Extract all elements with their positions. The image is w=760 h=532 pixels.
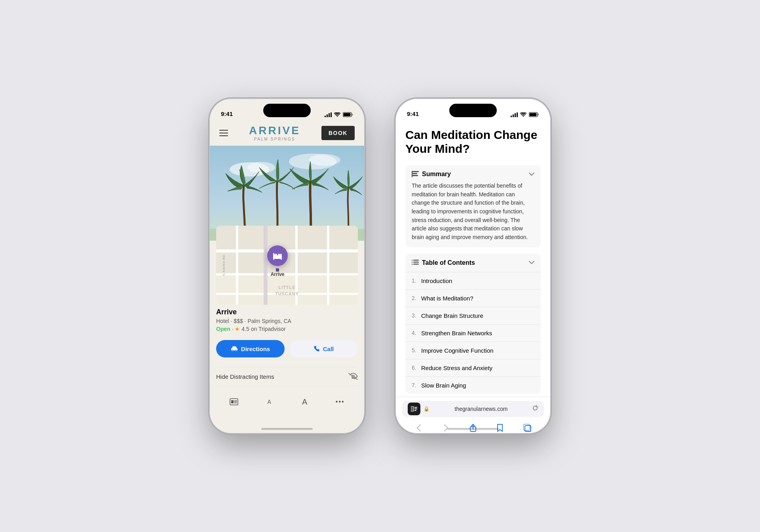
toc-icon bbox=[412, 260, 419, 266]
back-icon bbox=[416, 424, 421, 432]
svg-rect-26 bbox=[298, 253, 327, 273]
svg-rect-65 bbox=[412, 264, 413, 264]
svg-rect-27 bbox=[329, 226, 358, 249]
svg-rect-68 bbox=[414, 407, 417, 408]
svg-rect-20 bbox=[327, 226, 329, 305]
reader-toolbar: A A ••• bbox=[216, 394, 358, 410]
reader-mode-icon[interactable] bbox=[408, 403, 420, 415]
svg-text:N KAVEH RD: N KAVEH RD bbox=[222, 255, 226, 276]
battery-icon-2 bbox=[529, 112, 539, 117]
dynamic-island bbox=[263, 104, 311, 117]
toc-item-5[interactable]: 5. Improve Cognitive Function bbox=[405, 342, 541, 359]
tabs-button[interactable] bbox=[519, 420, 535, 433]
font-small: A bbox=[268, 399, 271, 405]
open-status: Open bbox=[216, 326, 230, 332]
wifi-icon bbox=[334, 112, 340, 117]
toc-chevron[interactable] bbox=[529, 261, 534, 264]
svg-point-11 bbox=[309, 154, 340, 166]
svg-rect-40 bbox=[273, 253, 274, 258]
forward-button[interactable] bbox=[438, 420, 454, 433]
toc-item-2[interactable]: 2. What is Meditation? bbox=[405, 289, 541, 307]
phone-maps: 9:41 bbox=[210, 99, 364, 433]
svg-rect-2 bbox=[329, 113, 330, 117]
reload-button[interactable] bbox=[532, 405, 538, 413]
share-button[interactable] bbox=[465, 420, 481, 433]
brand-sub: PALM SPRINGS bbox=[249, 137, 300, 141]
svg-rect-55 bbox=[530, 113, 537, 116]
bookmarks-button[interactable] bbox=[492, 420, 508, 433]
svg-rect-49 bbox=[511, 116, 512, 117]
svg-rect-1 bbox=[327, 114, 328, 117]
toc-item-7[interactable]: 7. Slow Brain Aging bbox=[405, 376, 541, 394]
toc-item-6[interactable]: 6. Reduce Stress and Anxiety bbox=[405, 359, 541, 376]
svg-rect-25 bbox=[298, 226, 327, 249]
signal-icon bbox=[325, 112, 332, 117]
menu-button[interactable] bbox=[219, 130, 228, 136]
reader-icon bbox=[411, 406, 417, 412]
svg-point-41 bbox=[232, 350, 233, 351]
svg-point-42 bbox=[235, 350, 236, 351]
back-button[interactable] bbox=[411, 420, 427, 433]
svg-rect-58 bbox=[412, 175, 418, 176]
rating-text: 4.5 on Tripadvisor bbox=[241, 326, 285, 332]
more-options-btn[interactable]: ••• bbox=[332, 394, 348, 410]
url-bar[interactable]: 🔒 thegranularnews.com bbox=[402, 401, 544, 417]
svg-rect-61 bbox=[413, 262, 419, 263]
status-icons-safari bbox=[511, 112, 539, 117]
svg-rect-60 bbox=[413, 260, 419, 261]
star-icon: ★ bbox=[235, 326, 240, 332]
home-indicator bbox=[261, 428, 313, 430]
font-large-btn[interactable]: A bbox=[297, 394, 313, 410]
dynamic-island-2 bbox=[449, 104, 497, 117]
svg-rect-3 bbox=[331, 112, 332, 117]
summary-icon bbox=[412, 171, 419, 177]
url-text: thegranularnews.com bbox=[433, 406, 529, 412]
hide-distracting-row: Hide Distracting Items bbox=[216, 367, 358, 386]
svg-rect-31 bbox=[264, 226, 268, 305]
svg-rect-64 bbox=[412, 262, 413, 262]
place-name: Arrive bbox=[216, 308, 358, 316]
status-time-safari: 9:41 bbox=[407, 110, 419, 117]
phone-safari: 9:41 bbox=[396, 99, 550, 433]
more-icon: ••• bbox=[336, 398, 345, 405]
svg-rect-30 bbox=[216, 253, 236, 273]
summary-section: Summary The article discusses the potent… bbox=[405, 165, 541, 247]
svg-rect-70 bbox=[414, 410, 416, 411]
summary-text: The article discusses the potential bene… bbox=[412, 182, 534, 242]
directions-label: Directions bbox=[241, 346, 270, 352]
summary-chevron[interactable] bbox=[529, 173, 534, 176]
svg-rect-17 bbox=[236, 226, 238, 305]
font-small-btn[interactable]: A bbox=[261, 394, 277, 410]
toc-item-4[interactable]: 4. Strengthen Brain Networks bbox=[405, 324, 541, 342]
place-category: Hotel · $$$ · Palm Springs, CA bbox=[216, 318, 358, 324]
book-button[interactable]: BOOK bbox=[321, 126, 355, 140]
place-info: Arrive Hotel · $$$ · Palm Springs, CA Op… bbox=[216, 308, 358, 410]
svg-rect-50 bbox=[513, 114, 514, 117]
svg-rect-0 bbox=[325, 116, 326, 117]
signal-icon-2 bbox=[511, 112, 518, 117]
svg-rect-45 bbox=[231, 400, 234, 403]
home-indicator-2 bbox=[447, 428, 499, 430]
summary-header: Summary bbox=[412, 171, 534, 178]
call-button[interactable]: Call bbox=[289, 340, 358, 357]
battery-icon bbox=[343, 112, 353, 117]
svg-rect-69 bbox=[414, 408, 417, 409]
svg-rect-56 bbox=[412, 171, 419, 172]
toc-item-1[interactable]: 1. Introduction bbox=[405, 272, 541, 289]
toc-item-3[interactable]: 3. Change Brain Structure bbox=[405, 307, 541, 324]
reader-icon-btn[interactable] bbox=[226, 394, 242, 410]
map-view[interactable]: LITTLE TUSCANY N KAVEH RD A bbox=[216, 226, 358, 305]
svg-rect-54 bbox=[538, 114, 539, 116]
bed-icon bbox=[272, 251, 283, 260]
svg-rect-57 bbox=[412, 173, 417, 174]
svg-rect-6 bbox=[344, 113, 351, 116]
maps-header: ARRIVE PALM SPRINGS BOOK bbox=[210, 120, 364, 146]
directions-button[interactable]: Directions bbox=[216, 340, 285, 357]
arrive-logo: ARRIVE PALM SPRINGS bbox=[249, 125, 300, 141]
svg-rect-51 bbox=[515, 113, 516, 117]
svg-rect-5 bbox=[352, 114, 353, 116]
svg-rect-66 bbox=[411, 406, 414, 412]
svg-rect-21 bbox=[238, 226, 264, 249]
place-rating: Open · ★ 4.5 on Tripadvisor bbox=[216, 326, 358, 332]
svg-rect-62 bbox=[413, 264, 419, 265]
